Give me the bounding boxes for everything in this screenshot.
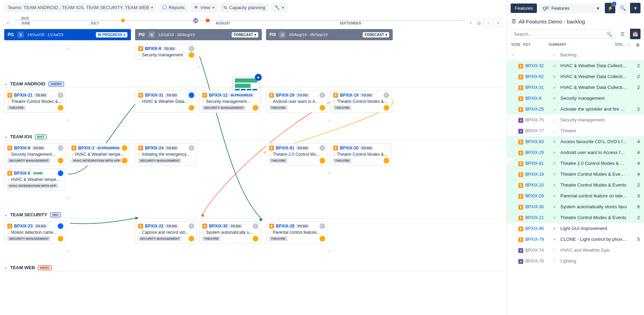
issue-key[interactable]: BPXIX-31 <box>145 93 163 98</box>
swimlane-header[interactable]: ⌄ TEAM WEB WEBO <box>4 264 503 271</box>
card-bpxix-30[interactable]: ⬆BPXIX-30TO DO ↑System automatically s..… <box>199 221 260 244</box>
issue-key[interactable]: BPXIX-79 <box>525 237 551 242</box>
sort-icon[interactable]: ⇅ <box>279 31 286 38</box>
backlog-group-header[interactable]: ≡ ⌄ Backlog <box>507 49 644 60</box>
panel-expand-handle[interactable]: › <box>507 157 513 165</box>
backlog-row[interactable]: ⚡BPXIX-75›Security management <box>507 114 644 125</box>
add-card[interactable]: ＋ <box>4 44 131 53</box>
issue-key[interactable]: BPXIX-32 <box>525 63 551 68</box>
tools-dropdown[interactable]: 🔧▾ <box>271 3 287 12</box>
sort-icon[interactable]: ⇅ <box>18 31 24 38</box>
pi-header-3[interactable]: PI3 ⇅ 09/Aug/19 - 05/Sep/19 FORECAST ▾ <box>266 29 393 40</box>
issue-key[interactable]: BPXIX-19 <box>340 93 358 98</box>
backlog-row[interactable]: ⬆BPXIX-32HVAC & Weather Data Collection … <box>507 60 644 71</box>
add-card[interactable]: ＋ <box>135 63 262 72</box>
issue-key[interactable]: BPXIX-31 <box>525 85 551 90</box>
pi-header-2[interactable]: PI2 ⇅ 12/Jul/19 - 08/Aug/19 FORECAST ▾ <box>135 29 262 40</box>
calendar-button[interactable]: 📅 <box>630 29 640 39</box>
issue-key[interactable]: BPXIX-9 <box>14 146 30 150</box>
card-bpxix-23[interactable]: ⬆BPXIX-23TO DO ↑Motion detection came...… <box>4 221 65 244</box>
backlog-row[interactable]: ⬆BPXIX-31HVAC & Weather Data Collection … <box>507 82 644 93</box>
search-button[interactable]: 🔍 <box>617 3 628 13</box>
issue-key[interactable]: BPXIX-20 <box>525 183 551 188</box>
issue-key[interactable]: BPXIX-5 <box>14 171 30 176</box>
card-bpxix-20[interactable]: ⬆BPXIX-20TO DO ↑Theatre Control Modes &.… <box>330 143 391 166</box>
backlog-row[interactable]: ⬆BPXIX-80Light GUI improvement <box>507 223 644 234</box>
card-bpxix-81[interactable]: ⬆BPXIX-81TO DO ↓Theatre 2.0 Control Mo..… <box>266 143 327 166</box>
quickfilter-dropdown[interactable]: QF: Features▾ <box>539 4 603 13</box>
card-bpxix-31[interactable]: ⬆BPXIX-31TO DO ↑HVAC & Weather Data... <box>135 90 196 113</box>
card-bpxix-8[interactable]: ⬆BPXIX-8TO DO ↑Security management ? <box>135 44 196 60</box>
backlog-row[interactable]: ⬆BPXIX-21Theatre Control Modes & Events2 <box>507 212 644 223</box>
zoom-in[interactable]: + <box>494 19 503 27</box>
add-card[interactable]: ＋ <box>266 115 393 125</box>
sort-icon[interactable]: ⇅ <box>148 31 155 38</box>
issue-key[interactable]: BPXIX-75 <box>525 118 551 122</box>
capacity-button[interactable]: ⇆Capacity planning <box>220 3 269 12</box>
backlog-row[interactable]: ⬆BPXIX-82HVAC & Weather Data Collection … <box>507 71 644 82</box>
backlog-row[interactable]: ⬆BPXIX-79CLONE - Light control by phone … <box>507 234 644 245</box>
card-bpxix-5[interactable]: ⬆BPXIX-5DONE ↑HVAC & Weather tempe... HV… <box>4 168 65 191</box>
card-bpxix-29[interactable]: ⬆BPXIX-29TO DO ↓Android user want to A..… <box>266 90 327 113</box>
issue-key[interactable]: BPXIX-83 <box>525 139 551 144</box>
issue-key[interactable]: BPXIX-28 <box>525 194 551 198</box>
issue-key[interactable]: BPXIX-28 <box>276 224 294 229</box>
swimlane-header[interactable]: ⌄ TEAM IOS IOST <box>4 133 503 140</box>
more-dropdown[interactable]: ▾ <box>630 3 640 13</box>
issue-key[interactable]: BPXIX-22 <box>145 224 163 229</box>
tab-features[interactable]: Features <box>511 4 537 13</box>
issue-key[interactable]: BPXIX-29 <box>276 93 294 98</box>
issue-key[interactable]: BPXIX-25 <box>525 107 551 112</box>
issue-key[interactable]: BPXIX-12 <box>209 93 227 98</box>
issue-key[interactable]: BPXIX-30 <box>209 224 227 229</box>
card-bpxix-19[interactable]: ⬆BPXIX-19TO DO ↑Theatre Control Modes &.… <box>330 90 391 113</box>
search-input[interactable] <box>514 31 607 37</box>
more-icon[interactable]: ⋯ <box>625 43 632 48</box>
card-bpxix-21[interactable]: ⬆BPXIX-21TO DO ↑Theatre Control Modes &.… <box>4 90 65 113</box>
timeline-next[interactable]: › <box>467 19 475 27</box>
gear-icon[interactable]: ⚙ <box>632 43 640 48</box>
backlog-row[interactable]: ⬆BPXIX-8Security management <box>507 93 644 104</box>
card-bpxix-12[interactable]: ⬆BPXIX-12IN PROGRESS ↑Security managemen… <box>199 90 260 113</box>
issue-key[interactable]: BPXIX-8 <box>145 46 161 51</box>
issue-key[interactable]: BPXIX-82 <box>525 74 551 79</box>
teams-dropdown[interactable]: Teams: TEAM ANDROID , TEAM IOS, TEAM SEC… <box>4 3 156 12</box>
issue-key[interactable]: BPXIX-80 <box>525 226 551 231</box>
pi-status-badge[interactable]: IN PROGRESS ▾ <box>96 32 127 37</box>
add-card[interactable]: ＋ <box>4 194 131 203</box>
add-card[interactable]: ＋ <box>4 246 131 256</box>
add-card[interactable]: ＋ <box>4 115 131 125</box>
timeline-today[interactable]: ◎ <box>475 19 483 27</box>
backlog-row[interactable]: ⬆BPXIX-20Theatre Control Modes & Events2 <box>507 180 644 190</box>
card-bpxix-22[interactable]: ⬆BPXIX-22TO DO ↑Capture and record vid..… <box>135 221 196 244</box>
drag-handle-icon[interactable]: ≡ <box>511 52 518 57</box>
issue-key[interactable]: BPXIX-19 <box>525 172 551 177</box>
issue-key[interactable]: BPXIX-8 <box>525 96 551 101</box>
backlog-row[interactable]: ⚡BPXIX-77⌄Theatre <box>507 125 644 136</box>
issue-key[interactable]: BPXIX-20 <box>340 146 358 150</box>
add-card[interactable]: ＋ <box>266 168 393 178</box>
issue-key[interactable]: BPXIX-76 <box>525 259 551 264</box>
pi-header-1[interactable]: PI1 ⇅ 14/Jun/19 - 11/Jul/19 IN PROGRESS … <box>4 29 131 40</box>
issue-key[interactable]: BPXIX-77 <box>525 128 551 133</box>
issue-key[interactable]: BPXIX-81 <box>525 161 551 166</box>
card-bpxix-3[interactable]: ⬆BPXIX-3IN PROGRESS ↑HVAC & Weather temp… <box>68 143 130 166</box>
issue-key[interactable]: BPXIX-24 <box>145 146 163 150</box>
zoom-out[interactable]: − <box>484 19 493 27</box>
backlog-row[interactable]: ⬆BPXIX-29Android user want to Access fav… <box>507 147 644 158</box>
issue-key[interactable]: BPXIX-21 <box>14 93 33 98</box>
pi-status-badge[interactable]: FORECAST ▾ <box>363 32 389 37</box>
backlog-row[interactable]: ⬆BPXIX-30System automatically stores fav… <box>507 201 644 212</box>
backlog-row[interactable]: ⬆BPXIX-81Theatre 2.0 Control Modes & Eve… <box>507 158 644 169</box>
backlog-row[interactable]: ⬆BPXIX-19Theatre Control Modes & Events … <box>507 169 644 180</box>
backlog-row[interactable]: ⚡BPXIX-76›Lighting <box>507 255 644 266</box>
issue-key[interactable]: BPXIX-81 <box>276 146 294 150</box>
timeline-prev[interactable]: ‹ <box>4 19 12 27</box>
backlog-row[interactable]: ⚡BPXIX-74›HVAC and Weather Epic <box>507 245 644 255</box>
backlog-row[interactable]: ⬆BPXIX-83Access favourite CD's, DVD's fr… <box>507 136 644 147</box>
issue-key[interactable]: BPXIX-74 <box>525 248 551 253</box>
reports-button[interactable]: 🖵Reports <box>159 3 188 12</box>
card-bpxix-28[interactable]: ⬆BPXIX-28TO DO ↑Parental control feature… <box>266 221 327 244</box>
view-dropdown[interactable]: 👁View▾ <box>190 3 218 12</box>
swimlane-header[interactable]: ⌄ TEAM SECURITY SEC <box>4 211 503 218</box>
